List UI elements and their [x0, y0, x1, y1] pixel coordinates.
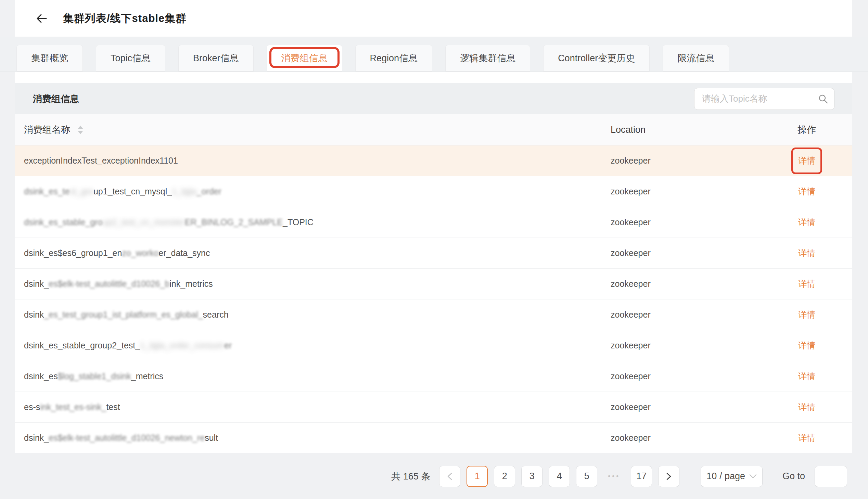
- detail-link[interactable]: 详情: [798, 401, 815, 413]
- section-title: 消费组信息: [33, 93, 79, 105]
- location-value: zookeeper: [611, 156, 761, 166]
- consumer-group-name: dsink_es$es6_group1_enzo_workoer_data_sy…: [15, 248, 611, 258]
- page-button-1[interactable]: 1: [466, 466, 488, 487]
- tab-7[interactable]: Controller变更历史: [543, 45, 650, 72]
- consumer-group-name: dsink_es_stable_group2_test_cn_monsterER…: [15, 217, 611, 227]
- table-row: es-sink_test_es-sink_test zookeeper 详情: [15, 392, 852, 423]
- location-value: zookeeper: [611, 279, 761, 289]
- detail-link[interactable]: 详情: [798, 217, 815, 228]
- goto-page-input[interactable]: [815, 466, 847, 487]
- consumer-group-name: dsink_es$log_stable1_dsink_metrics: [15, 372, 611, 381]
- table-row: dsink_es_stable_group2_test_1_bjjia_orde…: [15, 330, 852, 361]
- ops-cell: 详情: [761, 176, 852, 207]
- table-row: dsink_es_test_group1_test_cn_mysql_1_bjj…: [15, 176, 852, 207]
- ops-cell: 详情: [761, 238, 852, 269]
- chevron-left-icon: [446, 472, 453, 481]
- consumer-group-name: dsink_es_stable_group2_test_1_bjjia_orde…: [15, 341, 611, 351]
- prev-page-button[interactable]: [439, 466, 460, 487]
- tab-label: Region信息: [370, 52, 418, 64]
- detail-link[interactable]: 详情: [798, 155, 815, 166]
- ellipsis-jump[interactable]: •••: [603, 472, 625, 480]
- chevron-down-icon: [749, 474, 757, 479]
- tab-2[interactable]: Topic信息: [96, 45, 165, 72]
- tab-8[interactable]: 限流信息: [663, 45, 729, 72]
- ops-cell: 详情: [761, 269, 852, 300]
- table-row: dsink_es$es6_group1_enzo_workoer_data_sy…: [15, 238, 852, 269]
- column-header-name: 消费组名称: [15, 124, 611, 136]
- goto-label: Go to: [782, 471, 805, 482]
- tab-label: Controller变更历史: [558, 52, 635, 64]
- next-page-button[interactable]: [658, 466, 680, 487]
- tab-label: 逻辑集群信息: [460, 52, 515, 64]
- consumer-group-name: dsink_es$elk-test_autolittle_d10026_newt…: [15, 433, 611, 443]
- tab-1[interactable]: 集群概览: [16, 45, 83, 72]
- search-icon[interactable]: [818, 94, 828, 104]
- page-button-2[interactable]: 2: [494, 466, 515, 487]
- tab-label: Broker信息: [193, 52, 239, 64]
- location-value: zookeeper: [611, 248, 761, 258]
- tab-label: Topic信息: [111, 52, 150, 64]
- detail-link[interactable]: 详情: [798, 340, 815, 351]
- table-row: dsink_es$elk-test_autolittle_d10026_newt…: [15, 423, 852, 453]
- tab-5[interactable]: Region信息: [355, 45, 433, 72]
- consumer-group-name: dsink_es$elk-test_autolittle_d10026_bink…: [15, 279, 611, 289]
- consumer-group-name: dsink_es_test_group1_test_cn_mysql_1_bjj…: [15, 186, 611, 196]
- chevron-right-icon: [665, 472, 673, 481]
- location-value: zookeeper: [611, 372, 761, 381]
- ops-cell: 详情: [761, 300, 852, 330]
- tab-label: 限流信息: [677, 52, 714, 64]
- column-header-location: Location: [611, 125, 761, 135]
- page-size-label: 10 / page: [707, 471, 745, 482]
- page-buttons: 12345: [466, 466, 597, 487]
- caret-down-icon: [78, 131, 83, 134]
- header: 集群列表/线下stable集群: [15, 0, 852, 37]
- ops-cell: 详情: [761, 392, 852, 423]
- location-value: zookeeper: [611, 217, 761, 227]
- sort-toggle[interactable]: [78, 125, 83, 134]
- page-button-5[interactable]: 5: [576, 466, 597, 487]
- detail-link[interactable]: 详情: [798, 247, 815, 259]
- table-row: dsink_es_stable_group2_test_cn_monsterER…: [15, 207, 852, 238]
- detail-link[interactable]: 详情: [798, 432, 815, 443]
- location-value: zookeeper: [611, 433, 761, 443]
- location-value: zookeeper: [611, 341, 761, 351]
- ops-cell: 详情: [761, 207, 852, 238]
- page-button-4[interactable]: 4: [549, 466, 570, 487]
- tab-label: 集群概览: [31, 52, 68, 64]
- detail-link[interactable]: 详情: [798, 278, 815, 290]
- detail-link[interactable]: 详情: [798, 309, 815, 320]
- section-bar: 消费组信息: [15, 83, 852, 114]
- tab-bar: 集群概览 Topic信息 Broker信息 消费组信息 Region信息 逻辑集…: [0, 37, 868, 72]
- ops-cell: 详情: [761, 330, 852, 361]
- tab-4[interactable]: 消费组信息: [267, 45, 342, 72]
- column-header-ops: 操作: [761, 124, 852, 136]
- page-button-3[interactable]: 3: [521, 466, 542, 487]
- topic-search: [694, 88, 834, 110]
- tab-6[interactable]: 逻辑集群信息: [445, 45, 530, 72]
- detail-link[interactable]: 详情: [798, 371, 815, 382]
- tabs: 集群概览 Topic信息 Broker信息 消费组信息 Region信息 逻辑集…: [16, 45, 729, 72]
- total-count: 共 165 条: [391, 470, 430, 483]
- tab-label: 消费组信息: [281, 52, 328, 64]
- table-row: dsink_es_test_group1_ist_platform_es_glo…: [15, 300, 852, 330]
- location-value: zookeeper: [611, 310, 761, 320]
- ops-cell: 详情: [761, 361, 852, 392]
- ops-cell: 详情: [761, 145, 852, 176]
- search-input[interactable]: [694, 88, 834, 110]
- pagination: 共 165 条 12345 ••• 17 10 / page Go to: [15, 453, 852, 499]
- location-value: zookeeper: [611, 402, 761, 412]
- column-name-label: 消费组名称: [24, 124, 70, 136]
- table-row: dsink_es$log_stable1_dsink_metrics zooke…: [15, 361, 852, 392]
- tab-3[interactable]: Broker信息: [178, 45, 254, 72]
- detail-link[interactable]: 详情: [798, 186, 815, 197]
- content-panel: 消费组信息 消费组名称 Location 操作 exceptionIndexTe…: [15, 72, 852, 453]
- page-button-17[interactable]: 17: [631, 466, 652, 487]
- consumer-group-name: dsink_es_test_group1_ist_platform_es_glo…: [15, 310, 611, 320]
- location-value: zookeeper: [611, 186, 761, 196]
- consumer-group-name: es-sink_test_es-sink_test: [15, 402, 611, 412]
- back-button[interactable]: [34, 11, 49, 26]
- table-header: 消费组名称 Location 操作: [15, 114, 852, 145]
- page-size-select[interactable]: 10 / page: [701, 466, 762, 487]
- arrow-left-icon: [35, 12, 48, 25]
- ops-cell: 详情: [761, 423, 852, 453]
